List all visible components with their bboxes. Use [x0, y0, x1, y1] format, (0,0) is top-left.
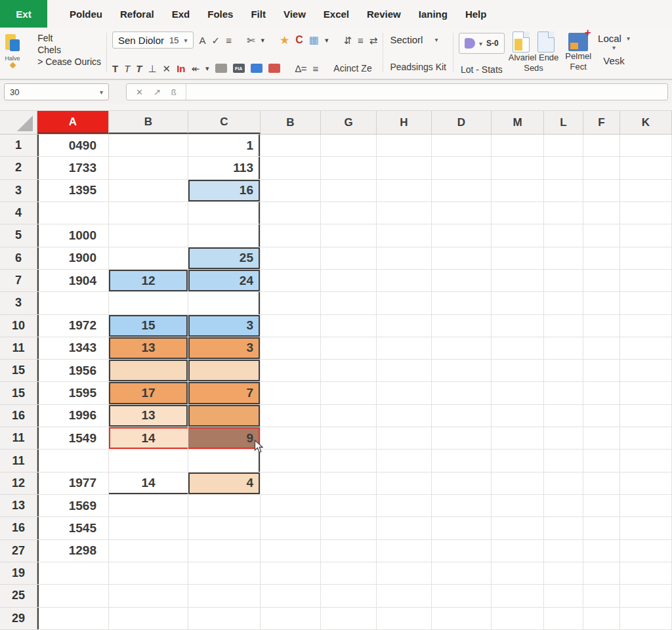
empty-cell[interactable]	[583, 247, 620, 270]
column-header-8[interactable]: M	[492, 111, 544, 134]
empty-cell[interactable]	[492, 540, 544, 562]
empty-cell[interactable]	[377, 562, 432, 585]
empty-cell[interactable]	[432, 292, 492, 314]
empty-cell[interactable]	[492, 202, 544, 224]
empty-cell[interactable]	[432, 540, 492, 562]
chevron-down-icon[interactable]: ▾	[205, 65, 209, 72]
empty-cell[interactable]	[583, 495, 620, 517]
cell-C22[interactable]	[188, 608, 261, 630]
empty-cell[interactable]	[620, 405, 672, 427]
empty-cell[interactable]	[492, 292, 544, 314]
empty-cell[interactable]	[261, 135, 321, 157]
empty-cell[interactable]	[377, 540, 432, 562]
cell-C6[interactable]: 25	[188, 247, 261, 270]
column-header-7[interactable]: D	[432, 111, 492, 134]
cell-A13[interactable]: 1996	[37, 405, 109, 427]
empty-cell[interactable]	[583, 562, 620, 585]
column-header-B[interactable]: B	[109, 111, 188, 134]
select-all-corner[interactable]	[0, 111, 37, 134]
row-header-14[interactable]: 11	[0, 427, 37, 450]
cell-B11[interactable]	[109, 360, 188, 382]
empty-cell[interactable]	[432, 247, 492, 270]
empty-cell[interactable]	[321, 180, 377, 202]
empty-cell[interactable]	[432, 405, 492, 427]
empty-cell[interactable]	[492, 562, 544, 585]
empty-cell[interactable]	[544, 292, 583, 314]
empty-cell[interactable]	[377, 270, 432, 292]
empty-cell[interactable]	[377, 247, 432, 270]
menu-item-1[interactable]: Reforal	[120, 9, 154, 20]
cell-C4[interactable]	[188, 202, 261, 224]
cell-B14[interactable]: 14	[109, 427, 188, 450]
row-header-2[interactable]: 2	[0, 157, 37, 179]
stats-label[interactable]: Lot - Stats	[461, 64, 503, 75]
chevron-down-icon[interactable]: ▾	[325, 37, 329, 44]
empty-cell[interactable]	[620, 247, 672, 270]
cell-C5[interactable]	[188, 224, 261, 247]
row-header-1[interactable]: 1	[0, 135, 37, 157]
empty-cell[interactable]	[583, 202, 620, 224]
empty-cell[interactable]	[321, 337, 377, 360]
cell-A6[interactable]: 1900	[37, 247, 109, 270]
empty-cell[interactable]	[620, 562, 672, 585]
row-header-7[interactable]: 7	[0, 270, 37, 292]
empty-cell[interactable]	[544, 427, 583, 450]
sum-icon[interactable]: ∆=	[295, 64, 307, 74]
menu-tab-file[interactable]: Ext	[0, 0, 47, 28]
cell-B18[interactable]	[109, 517, 188, 539]
cell-B6[interactable]	[109, 247, 188, 270]
cell-A12[interactable]: 1595	[37, 382, 109, 404]
empty-cell[interactable]	[620, 270, 672, 292]
cell-B8[interactable]	[109, 292, 188, 314]
empty-cell[interactable]	[261, 517, 321, 539]
cell-A21[interactable]	[37, 585, 109, 607]
menu-item-7[interactable]: Review	[367, 9, 401, 20]
vesk-label[interactable]: Vesk	[603, 55, 625, 66]
folder-icon[interactable]	[215, 64, 227, 73]
empty-cell[interactable]	[432, 224, 492, 247]
empty-cell[interactable]	[377, 427, 432, 450]
empty-cell[interactable]	[432, 517, 492, 539]
empty-cell[interactable]	[377, 382, 432, 404]
cancel-icon[interactable]: ✕	[136, 87, 143, 97]
menu-item-5[interactable]: View	[284, 9, 306, 20]
empty-cell[interactable]	[432, 315, 492, 337]
paste-icon[interactable]	[4, 34, 21, 54]
row-header-9[interactable]: 10	[0, 315, 37, 337]
empty-cell[interactable]	[583, 224, 620, 247]
strike-icon[interactable]: ✕	[163, 64, 171, 74]
empty-cell[interactable]	[620, 450, 672, 472]
empty-cell[interactable]	[261, 382, 321, 404]
empty-cell[interactable]	[544, 315, 583, 337]
empty-cell[interactable]	[544, 270, 583, 292]
empty-cell[interactable]	[544, 608, 583, 630]
empty-cell[interactable]	[261, 224, 321, 247]
empty-cell[interactable]	[321, 360, 377, 382]
cell-B9[interactable]: 15	[109, 315, 188, 337]
cell-A11[interactable]: 1956	[37, 360, 109, 382]
bold-icon[interactable]: T	[112, 64, 118, 74]
empty-cell[interactable]	[377, 180, 432, 202]
cell-C20[interactable]	[188, 562, 261, 585]
column-header-A[interactable]: A	[37, 111, 109, 134]
empty-cell[interactable]	[544, 224, 583, 247]
cell-B19[interactable]	[109, 540, 188, 562]
empty-cell[interactable]	[261, 292, 321, 314]
empty-cell[interactable]	[583, 517, 620, 539]
empty-cell[interactable]	[432, 562, 492, 585]
empty-cell[interactable]	[583, 472, 620, 495]
empty-cell[interactable]	[492, 270, 544, 292]
empty-cell[interactable]	[544, 450, 583, 472]
empty-cell[interactable]	[261, 315, 321, 337]
empty-cell[interactable]	[432, 360, 492, 382]
empty-cell[interactable]	[583, 585, 620, 607]
empty-cell[interactable]	[583, 382, 620, 404]
row-header-6[interactable]: 6	[0, 247, 37, 270]
column-header-C[interactable]: C	[188, 111, 261, 134]
cell-C19[interactable]	[188, 540, 261, 562]
empty-cell[interactable]	[432, 585, 492, 607]
empty-cell[interactable]	[377, 495, 432, 517]
row-header-10[interactable]: 11	[0, 337, 37, 360]
window-blue-icon[interactable]	[251, 64, 262, 73]
align-lines-icon[interactable]: ≡	[226, 35, 232, 45]
